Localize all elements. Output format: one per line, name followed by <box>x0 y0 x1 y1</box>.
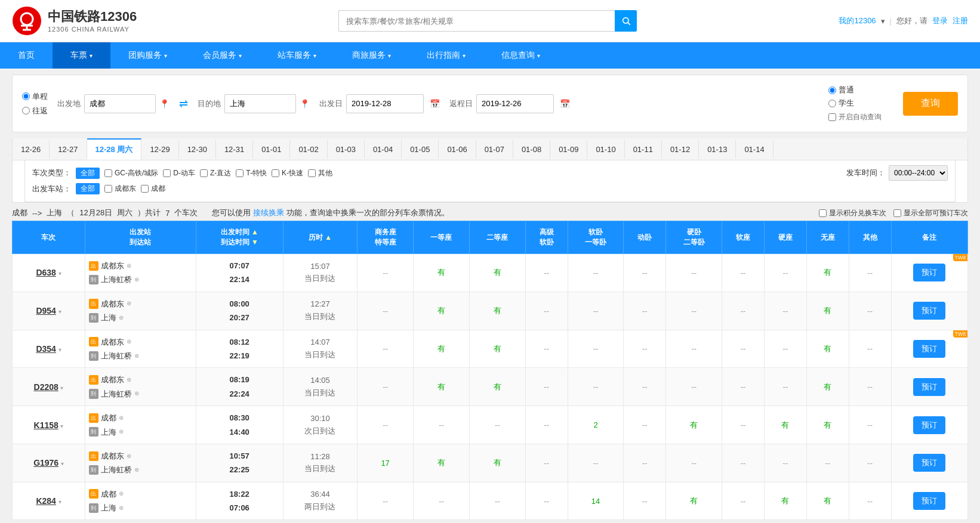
filter-sta-chengdudong[interactable]: 成都东 <box>104 184 136 194</box>
filter-t[interactable]: T-特快 <box>236 168 267 178</box>
to-expand-icon[interactable]: ⊕ <box>134 388 139 399</box>
auto-query-checkbox[interactable] <box>828 113 836 121</box>
train-expand-icon[interactable]: ▾ <box>58 499 61 505</box>
date-tab-0111[interactable]: 01-11 <box>625 140 662 159</box>
register-link[interactable]: 注册 <box>953 16 968 26</box>
book-cell[interactable]: 预订 <box>891 444 967 482</box>
swap-icon[interactable]: ⇌ <box>179 97 188 110</box>
train-number-link[interactable]: G1976 <box>33 458 58 468</box>
nav-tickets[interactable]: 车票 ▾ <box>53 42 110 69</box>
date-tab-0112[interactable]: 01-12 <box>662 140 699 159</box>
all-train-types[interactable]: 全部 <box>76 168 100 179</box>
nav-info[interactable]: 信息查询 ▾ <box>483 42 558 69</box>
date-tab-1230[interactable]: 12-30 <box>179 140 216 159</box>
from-expand-icon[interactable]: ⊕ <box>119 488 124 499</box>
book-button[interactable]: 预订 <box>913 454 945 472</box>
nav-group[interactable]: 团购服务 ▾ <box>110 42 185 69</box>
book-cell[interactable]: 预订 <box>891 292 967 330</box>
date-tab-0113[interactable]: 01-13 <box>699 140 736 159</box>
filter-sta-chengdu[interactable]: 成都 <box>141 184 165 194</box>
to-expand-icon[interactable]: ⊕ <box>119 503 124 513</box>
to-expand-icon[interactable]: ⊕ <box>119 312 124 323</box>
date-tab-0105[interactable]: 01-05 <box>402 140 439 159</box>
date-tab-0110[interactable]: 01-10 <box>587 140 624 159</box>
date-tab-0107[interactable]: 01-07 <box>476 140 513 159</box>
train-number-link[interactable]: D954 <box>36 306 56 315</box>
to-expand-icon[interactable]: ⊕ <box>134 465 139 475</box>
train-number-link[interactable]: D2208 <box>34 382 58 392</box>
all-stations[interactable]: 全部 <box>76 183 100 194</box>
train-expand-icon[interactable]: ▾ <box>58 270 61 277</box>
book-cell[interactable]: 预订TWit <box>891 330 967 368</box>
round-trip-radio[interactable]: 往返 <box>22 106 48 116</box>
relay-link[interactable]: 接续换乘 <box>253 208 284 217</box>
book-button[interactable]: 预订 <box>913 302 945 320</box>
train-number-link[interactable]: K284 <box>36 496 56 506</box>
date-tab-0101[interactable]: 01-01 <box>253 140 290 159</box>
show-all-option[interactable]: 显示全部可预订车次 <box>893 208 968 218</box>
filter-d[interactable]: D-动车 <box>163 168 195 178</box>
date-tab-1229[interactable]: 12-29 <box>141 140 178 159</box>
to-input[interactable] <box>224 94 296 113</box>
calendar-icon[interactable]: 📅 <box>430 99 440 109</box>
normal-ticket-radio[interactable]: 普通 <box>828 85 882 95</box>
train-number-link[interactable]: D354 <box>36 344 56 354</box>
book-button[interactable]: 预订 <box>913 264 945 281</box>
train-expand-icon[interactable]: ▾ <box>60 385 63 391</box>
date-tab-0103[interactable]: 01-03 <box>328 140 365 159</box>
nav-station[interactable]: 站车服务 ▾ <box>260 42 334 69</box>
from-expand-icon[interactable]: ⊕ <box>127 261 131 271</box>
book-button[interactable]: 预订 <box>913 378 945 396</box>
from-expand-icon[interactable]: ⊕ <box>127 451 131 462</box>
single-trip-radio[interactable]: 单程 <box>22 91 48 102</box>
date-tab-0108[interactable]: 01-08 <box>513 140 550 159</box>
from-expand-icon[interactable]: ⊕ <box>127 298 131 309</box>
date-tab-0114[interactable]: 01-14 <box>736 140 773 159</box>
book-cell[interactable]: 预订 <box>891 368 967 406</box>
nav-guide[interactable]: 出行指南 ▾ <box>409 42 483 69</box>
search-button[interactable] <box>615 10 637 32</box>
from-expand-icon[interactable]: ⊕ <box>127 375 131 385</box>
show-points-option[interactable]: 显示积分兑换车次 <box>819 208 886 218</box>
book-cell[interactable]: 预订 <box>891 482 967 520</box>
train-number-link[interactable]: D638 <box>36 268 56 277</box>
from-input[interactable] <box>84 94 156 113</box>
date-tab-1227[interactable]: 12-27 <box>50 140 87 159</box>
date-tab-0106[interactable]: 01-06 <box>439 140 476 159</box>
time-select[interactable]: 00:00--24:00 <box>889 165 948 181</box>
date-tab-1228[interactable]: 12-28 周六 <box>87 138 142 160</box>
my12306-link[interactable]: 我的12306 <box>839 16 876 26</box>
filter-z[interactable]: Z-直达 <box>200 168 231 178</box>
date-tab-0102[interactable]: 01-02 <box>290 140 327 159</box>
to-expand-icon[interactable]: ⊕ <box>134 351 139 361</box>
nav-business[interactable]: 商旅服务 ▾ <box>334 42 409 69</box>
to-expand-icon[interactable]: ⊕ <box>119 426 124 437</box>
date-tab-1231[interactable]: 12-31 <box>216 140 253 159</box>
filter-other[interactable]: 其他 <box>308 168 332 178</box>
student-ticket-radio[interactable]: 学生 <box>828 98 882 109</box>
train-expand-icon[interactable]: ▾ <box>60 423 63 429</box>
return-date-input[interactable] <box>476 94 554 113</box>
train-expand-icon[interactable]: ▾ <box>58 346 61 353</box>
date-tab-1226[interactable]: 12-26 <box>13 140 50 159</box>
query-button[interactable]: 查询 <box>903 92 958 116</box>
book-button[interactable]: 预订 <box>913 416 945 434</box>
from-expand-icon[interactable]: ⊕ <box>119 413 124 423</box>
nav-member[interactable]: 会员服务 ▾ <box>185 42 260 69</box>
train-number-link[interactable]: K1158 <box>34 420 58 430</box>
filter-gc[interactable]: GC-高铁/城际 <box>104 168 158 178</box>
filter-k[interactable]: K-快速 <box>272 168 303 178</box>
train-expand-icon[interactable]: ▾ <box>61 460 64 467</box>
book-button[interactable]: 预订 <box>913 492 945 510</box>
search-input[interactable] <box>338 10 615 32</box>
auto-query[interactable]: 开启自动查询 <box>828 112 882 122</box>
book-button[interactable]: 预订 <box>913 340 945 358</box>
book-cell[interactable]: 预订 <box>891 406 967 444</box>
from-expand-icon[interactable]: ⊕ <box>127 336 131 347</box>
nav-home[interactable]: 首页 <box>0 42 53 69</box>
login-link[interactable]: 登录 <box>932 16 948 26</box>
train-expand-icon[interactable]: ▾ <box>58 308 61 315</box>
book-cell[interactable]: 预订TWit <box>891 254 967 292</box>
to-expand-icon[interactable]: ⊕ <box>134 274 139 285</box>
depart-date-input[interactable] <box>346 94 424 113</box>
